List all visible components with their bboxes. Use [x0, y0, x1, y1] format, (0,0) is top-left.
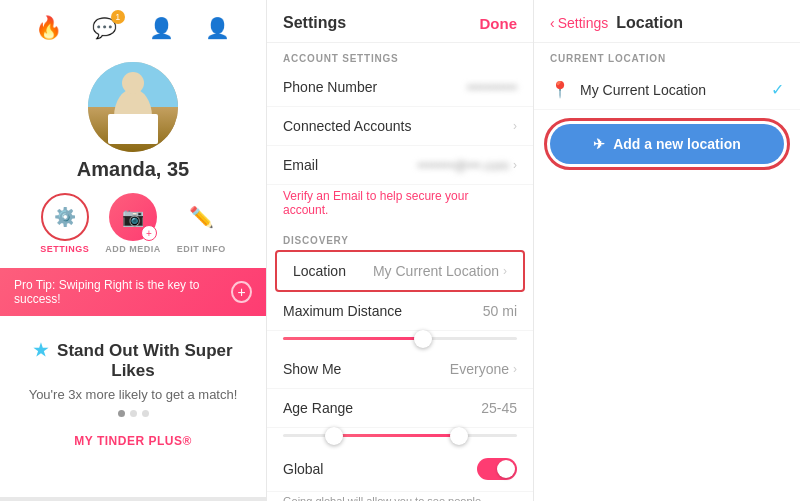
email-blurred: ••••••••@•••.com [418, 158, 509, 173]
global-label: Global [283, 461, 323, 477]
phone-row[interactable]: Phone Number ••••••••••• [267, 68, 533, 107]
pro-tip-text: Pro Tip: Swiping Right is the key to suc… [14, 278, 231, 306]
location-row[interactable]: Location My Current Location › [275, 250, 525, 292]
email-verify-text: Verify an Email to help secure your acco… [267, 185, 533, 225]
phone-label: Phone Number [283, 79, 377, 95]
dot-1 [118, 410, 125, 417]
slider-fill [283, 337, 423, 340]
age-slider-fill [330, 434, 459, 437]
plus-badge: + [141, 225, 157, 241]
show-me-label: Show Me [283, 361, 341, 377]
age-range-row: Age Range 25-45 [267, 389, 533, 428]
settings-title: Settings [283, 14, 346, 32]
bottom-bar [0, 497, 266, 501]
email-value: ••••••••@•••.com › [418, 158, 517, 173]
dot-2 [130, 410, 137, 417]
chevron-icon: › [513, 119, 517, 133]
profile-icon[interactable]: 👤 [202, 12, 234, 44]
email-label: Email [283, 157, 318, 173]
right-panel: ‹ Settings Location CURRENT LOCATION 📍 M… [534, 0, 800, 501]
matches-icon[interactable]: 👤 [145, 12, 177, 44]
back-button[interactable]: ‹ Settings [550, 15, 608, 31]
max-distance-value: 50 mi [483, 303, 517, 319]
notification-badge: 1 [111, 10, 125, 24]
settings-icon[interactable]: ⚙️ [41, 193, 89, 241]
action-buttons: ⚙️ SETTINGS 📷 + ADD MEDIA ✏️ EDIT INFO [40, 193, 226, 254]
connected-chevron: › [513, 119, 517, 133]
star-icon: ★ [33, 341, 48, 360]
email-chevron-icon: › [513, 158, 517, 172]
settings-action[interactable]: ⚙️ SETTINGS [40, 193, 89, 254]
email-row[interactable]: Email ••••••••@•••.com › [267, 146, 533, 185]
checkmark-icon: ✓ [771, 80, 784, 99]
connected-row[interactable]: Connected Accounts › [267, 107, 533, 146]
discovery-label: DISCOVERY [267, 225, 533, 250]
phone-value: ••••••••••• [467, 80, 517, 95]
age-range-label: Age Range [283, 400, 353, 416]
global-desc: Going global will allow you to see peopl… [267, 492, 533, 501]
age-slider-track [283, 434, 517, 437]
show-me-chevron-icon: › [513, 362, 517, 376]
location-chevron-icon: › [503, 264, 507, 278]
location-pin-icon: 📍 [550, 80, 570, 99]
right-header: ‹ Settings Location [534, 0, 800, 43]
add-media-label: ADD MEDIA [105, 244, 161, 254]
carousel-dots [20, 410, 246, 417]
right-title: Location [616, 14, 683, 32]
back-label: Settings [558, 15, 609, 31]
left-panel: 🔥 💬 1 👤 👤 Amanda, 35 ⚙️ SETTINGS 📷 + [0, 0, 267, 501]
age-slider-right-thumb[interactable] [450, 427, 468, 445]
edit-info-label: EDIT INFO [177, 244, 226, 254]
tinder-plus-button[interactable]: MY TINDER PLUS® [74, 434, 191, 448]
global-toggle[interactable] [477, 458, 517, 480]
camera-icon[interactable]: 📷 + [109, 193, 157, 241]
user-name: Amanda, 35 [77, 158, 189, 181]
age-slider[interactable] [267, 428, 533, 447]
edit-icon[interactable]: ✏️ [177, 193, 225, 241]
toggle-knob [497, 460, 515, 478]
distance-slider[interactable] [267, 331, 533, 350]
notifications-icon[interactable]: 💬 1 [89, 12, 121, 44]
pro-tip-banner: Pro Tip: Swiping Right is the key to suc… [0, 268, 266, 316]
max-distance-row: Maximum Distance 50 mi [267, 292, 533, 331]
add-location-label: Add a new location [613, 136, 741, 152]
pro-tip-plus-icon[interactable]: + [231, 281, 252, 303]
show-me-value: Everyone › [450, 361, 517, 377]
avatar [88, 62, 178, 152]
back-chevron-icon: ‹ [550, 15, 555, 31]
show-me-row[interactable]: Show Me Everyone › [267, 350, 533, 389]
slider-thumb[interactable] [414, 330, 432, 348]
super-likes-title: ★ Stand Out With Super Likes [20, 340, 246, 381]
age-range-value: 25-45 [481, 400, 517, 416]
current-location-item[interactable]: 📍 My Current Location ✓ [534, 70, 800, 110]
super-likes-subtitle: You're 3x more likely to get a match! [20, 387, 246, 402]
location-label: Location [293, 263, 346, 279]
top-nav-icons: 🔥 💬 1 👤 👤 [0, 12, 266, 54]
location-name: My Current Location [580, 82, 771, 98]
done-button[interactable]: Done [480, 15, 518, 32]
middle-panel: Settings Done ACCOUNT SETTINGS Phone Num… [267, 0, 534, 501]
location-value: My Current Location › [373, 263, 507, 279]
tinder-logo-icon[interactable]: 🔥 [32, 12, 64, 44]
current-location-label: CURRENT LOCATION [534, 43, 800, 70]
slider-track [283, 337, 517, 340]
dot-3 [142, 410, 149, 417]
phone-blurred: ••••••••••• [467, 80, 517, 95]
age-slider-left-thumb[interactable] [325, 427, 343, 445]
add-location-button[interactable]: ✈ Add a new location [550, 124, 784, 164]
max-distance-label: Maximum Distance [283, 303, 402, 319]
airplane-icon: ✈ [593, 136, 605, 152]
settings-label: SETTINGS [40, 244, 89, 254]
edit-info-action[interactable]: ✏️ EDIT INFO [177, 193, 226, 254]
account-settings-label: ACCOUNT SETTINGS [267, 43, 533, 68]
settings-header: Settings Done [267, 0, 533, 43]
connected-label: Connected Accounts [283, 118, 411, 134]
super-likes-section: ★ Stand Out With Super Likes You're 3x m… [0, 330, 266, 459]
global-row[interactable]: Global [267, 447, 533, 492]
add-media-action[interactable]: 📷 + ADD MEDIA [105, 193, 161, 254]
